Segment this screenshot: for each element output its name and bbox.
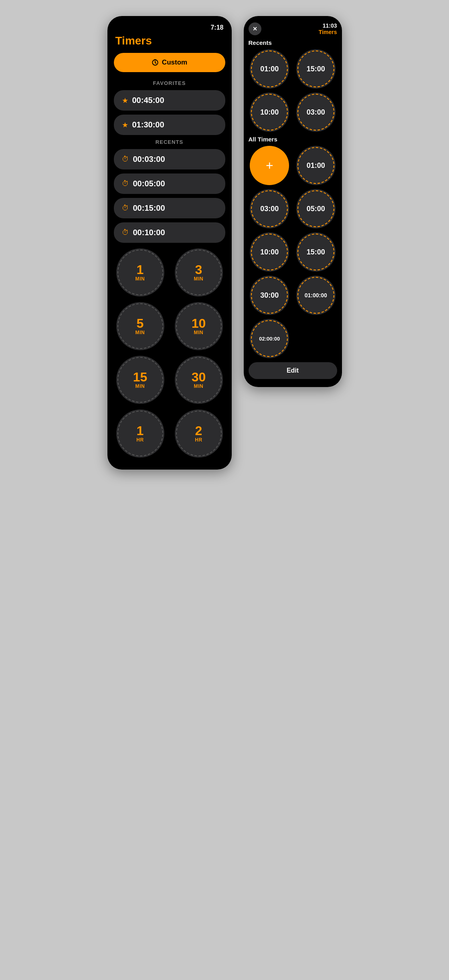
add-icon: + xyxy=(266,158,273,173)
recent-time-3: 00:15:00 xyxy=(133,204,165,213)
circle-num-1: 1 xyxy=(137,263,144,276)
all-timer-time-7: 01:00:00 xyxy=(305,292,327,298)
all-timer-time-4: 10:00 xyxy=(260,248,279,256)
all-timers-grid: + 01:00 03:00 05:00 10:00 15:00 30:00 01… xyxy=(249,146,337,358)
watch-status-time: 11:03 xyxy=(319,22,337,29)
recent-time-1: 00:03:00 xyxy=(133,155,165,164)
favorite-timer-1[interactable]: ★ 00:45:00 xyxy=(114,90,225,111)
watch-app-title: Timers xyxy=(319,29,337,35)
circle-unit-2: MIN xyxy=(194,276,204,282)
circle-unit-5: MIN xyxy=(136,383,145,389)
close-icon: ✕ xyxy=(253,26,257,32)
all-timer-time-8: 02:00:00 xyxy=(259,336,280,342)
all-timer-time-3: 05:00 xyxy=(307,205,325,213)
circle-num-4: 10 xyxy=(192,317,206,330)
recent-watch-time-4: 03:00 xyxy=(307,108,325,117)
circle-2hr[interactable]: 2 HR xyxy=(175,409,223,458)
all-timer-4[interactable]: 10:00 xyxy=(250,232,289,272)
custom-button[interactable]: Custom xyxy=(114,53,225,72)
watch-timers-screen: ✕ 11:03 Timers Recents 01:00 15:00 10:00… xyxy=(244,16,342,387)
circle-3min[interactable]: 3 MIN xyxy=(175,248,223,296)
recent-watch-4[interactable]: 03:00 xyxy=(296,93,336,132)
all-timer-7[interactable]: 01:00:00 xyxy=(296,276,336,315)
circle-unit-4: MIN xyxy=(194,330,204,335)
recent-watch-time-1: 01:00 xyxy=(260,65,279,73)
recent-time-4: 00:10:00 xyxy=(133,228,165,237)
star-icon: ★ xyxy=(122,96,128,105)
all-timers-label: All Timers xyxy=(249,136,337,143)
circle-10min[interactable]: 10 MIN xyxy=(175,302,223,350)
timer-icon-4: ⏱ xyxy=(122,228,129,237)
circle-num-8: 2 xyxy=(195,424,202,437)
custom-button-label: Custom xyxy=(162,58,187,67)
star-icon-2: ★ xyxy=(122,121,128,129)
add-timer-button[interactable]: + xyxy=(250,146,289,185)
edit-label: Edit xyxy=(287,367,299,374)
all-timer-3[interactable]: 05:00 xyxy=(296,189,336,228)
circle-num-6: 30 xyxy=(192,371,206,383)
circle-num-5: 15 xyxy=(133,371,148,383)
recents-grid: 01:00 15:00 10:00 03:00 xyxy=(249,49,337,132)
all-timer-8[interactable]: 02:00:00 xyxy=(250,319,289,358)
circle-unit-6: MIN xyxy=(194,383,204,389)
all-timer-1[interactable]: 01:00 xyxy=(296,146,336,185)
recent-time-2: 00:05:00 xyxy=(133,179,165,188)
all-timer-time-1: 01:00 xyxy=(307,161,325,170)
edit-button[interactable]: Edit xyxy=(249,362,337,379)
app-title: Timers xyxy=(114,34,225,47)
favorite-time-1: 00:45:00 xyxy=(132,96,164,105)
circle-30min[interactable]: 30 MIN xyxy=(175,356,223,404)
timer-icon-2: ⏱ xyxy=(122,179,129,188)
recent-watch-1[interactable]: 01:00 xyxy=(250,49,289,89)
status-time: 7:18 xyxy=(114,24,225,31)
close-button[interactable]: ✕ xyxy=(249,22,261,35)
circle-5min[interactable]: 5 MIN xyxy=(116,302,164,350)
recent-timer-4[interactable]: ⏱ 00:10:00 xyxy=(114,222,225,243)
recent-timer-2[interactable]: ⏱ 00:05:00 xyxy=(114,173,225,194)
favorite-time-2: 01:30:00 xyxy=(132,120,164,129)
circle-15min[interactable]: 15 MIN xyxy=(116,356,164,404)
timer-icon-1: ⏱ xyxy=(122,155,129,163)
screen2-time-block: 11:03 Timers xyxy=(319,22,337,35)
favorite-timer-2[interactable]: ★ 01:30:00 xyxy=(114,115,225,135)
favorites-section-label: FAVORITES xyxy=(114,80,225,86)
all-timer-time-2: 03:00 xyxy=(260,205,279,213)
circle-unit-3: MIN xyxy=(136,330,145,335)
all-timer-time-6: 30:00 xyxy=(260,291,279,300)
recent-timer-3[interactable]: ⏱ 00:15:00 xyxy=(114,198,225,218)
circle-1hr[interactable]: 1 HR xyxy=(116,409,164,458)
timer-icon-3: ⏱ xyxy=(122,204,129,212)
circle-unit-1: MIN xyxy=(136,276,145,282)
circle-num-7: 1 xyxy=(137,424,144,437)
recent-watch-time-3: 10:00 xyxy=(260,108,279,117)
recent-watch-time-2: 15:00 xyxy=(307,65,325,73)
recents-label: Recents xyxy=(249,39,337,46)
all-timer-6[interactable]: 30:00 xyxy=(250,276,289,315)
timers-list-screen: 7:18 Timers Custom FAVORITES ★ 00:45:00 … xyxy=(107,16,232,470)
all-timer-2[interactable]: 03:00 xyxy=(250,189,289,228)
recent-watch-2[interactable]: 15:00 xyxy=(296,49,336,89)
recent-watch-3[interactable]: 10:00 xyxy=(250,93,289,132)
circle-1min[interactable]: 1 MIN xyxy=(116,248,164,296)
recent-timer-1[interactable]: ⏱ 00:03:00 xyxy=(114,149,225,169)
clock-icon xyxy=(152,59,159,66)
circle-unit-7: HR xyxy=(136,437,144,443)
circle-unit-8: HR xyxy=(195,437,202,443)
circle-num-3: 5 xyxy=(137,317,144,330)
all-timer-5[interactable]: 15:00 xyxy=(296,232,336,272)
circle-num-2: 3 xyxy=(195,263,202,276)
screen2-header: ✕ 11:03 Timers xyxy=(249,22,337,35)
recents-section-label: RECENTS xyxy=(114,139,225,145)
all-timer-time-5: 15:00 xyxy=(307,248,325,256)
